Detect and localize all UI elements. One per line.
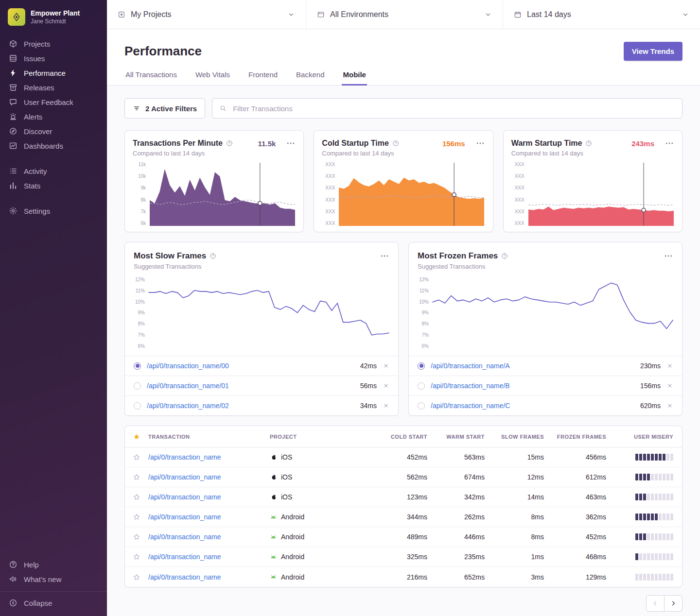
- card-subtitle: Compared to last 14 days: [133, 150, 296, 157]
- misery-segment: [635, 533, 638, 540]
- transaction-link[interactable]: /api/0/transaction_name/B: [431, 382, 510, 390]
- project-cell: Android: [270, 553, 373, 561]
- misery-segment: [655, 494, 658, 500]
- y-tick-label: XXX: [322, 173, 335, 179]
- misery-segment: [651, 474, 654, 480]
- most-frozen-frames-chart: 12%11%10%9%8%7%6%: [416, 277, 673, 349]
- tab-mobile[interactable]: Mobile: [342, 70, 367, 86]
- transaction-link[interactable]: /api/0/transaction_name: [148, 553, 270, 561]
- card-menu-button[interactable]: [665, 138, 674, 148]
- help-icon: [9, 560, 18, 569]
- sidebar-item-alerts[interactable]: Alerts: [0, 109, 107, 124]
- favorite-star-icon[interactable]: [133, 553, 140, 561]
- favorite-star-icon[interactable]: [133, 513, 140, 521]
- transaction-link[interactable]: /api/0/transaction_name/C: [431, 402, 510, 410]
- misery-segment: [647, 494, 650, 500]
- favorite-cell: [125, 533, 148, 541]
- sidebar-item-help[interactable]: Help: [0, 557, 107, 572]
- remove-transaction-button[interactable]: [383, 402, 389, 409]
- warm-start-value: 652ms: [430, 573, 488, 581]
- card-menu-button[interactable]: [475, 138, 485, 148]
- favorite-cell: [125, 473, 148, 481]
- favorite-cell: [125, 553, 148, 561]
- favorite-star-icon[interactable]: [133, 573, 140, 581]
- card-menu-button[interactable]: [286, 138, 296, 148]
- misery-segment: [643, 533, 646, 540]
- transaction-link[interactable]: /api/0/transaction_name: [148, 533, 270, 541]
- transaction-radio[interactable]: [134, 402, 141, 410]
- previous-page-button[interactable]: [646, 595, 665, 612]
- transaction-link[interactable]: /api/0/transaction_name/01: [147, 382, 229, 390]
- tabs: All TransactionsWeb VitalsFrontendBacken…: [124, 70, 682, 85]
- transaction-radio[interactable]: [418, 382, 425, 390]
- sidebar-item-user-feedback[interactable]: User Feedback: [0, 95, 107, 109]
- transaction-radio[interactable]: [134, 362, 141, 370]
- remove-transaction-button[interactable]: [383, 362, 389, 369]
- transaction-radio[interactable]: [418, 362, 425, 370]
- misery-segment: [639, 574, 642, 581]
- slow-frames-value: 8ms: [488, 533, 547, 541]
- tab-all-transactions[interactable]: All Transactions: [124, 70, 178, 86]
- transaction-duration: 620ms: [640, 402, 661, 410]
- org-switcher[interactable]: Empower Plant Jane Schmidt: [0, 0, 107, 31]
- suggested-transaction-row: /api/0/transaction_name/0156ms: [125, 376, 398, 395]
- sidebar-item-discover[interactable]: Discover: [0, 124, 107, 138]
- remove-transaction-button[interactable]: [666, 362, 673, 369]
- card-menu-button[interactable]: [380, 251, 389, 261]
- transaction-radio[interactable]: [418, 402, 425, 410]
- environment-filter-dropdown[interactable]: All Environments: [306, 0, 503, 29]
- sidebar-item-stats[interactable]: Stats: [0, 178, 107, 193]
- transaction-link[interactable]: /api/0/transaction_name: [148, 473, 270, 481]
- sidebar-item-performance[interactable]: Performance: [0, 66, 107, 80]
- date-filter-dropdown[interactable]: Last 14 days: [503, 0, 700, 29]
- apple-icon: [270, 494, 277, 501]
- tab-frontend[interactable]: Frontend: [247, 70, 279, 86]
- sidebar-item-dashboards[interactable]: Dashboards: [0, 138, 107, 153]
- favorite-star-icon[interactable]: [133, 533, 140, 541]
- sidebar-item-activity[interactable]: Activity: [0, 164, 107, 178]
- question-icon[interactable]: [210, 253, 216, 259]
- sidebar-item-projects[interactable]: Projects: [0, 36, 107, 51]
- transaction-link[interactable]: /api/0/transaction_name: [148, 493, 270, 501]
- remove-transaction-button[interactable]: [383, 382, 389, 389]
- remove-transaction-button[interactable]: [666, 402, 673, 409]
- sidebar-item-settings[interactable]: Settings: [0, 204, 107, 218]
- transaction-duration: 156ms: [640, 382, 661, 390]
- sidebar-item-releases[interactable]: Releases: [0, 80, 107, 95]
- sidebar-collapse-button[interactable]: Collapse: [0, 596, 107, 610]
- user-misery-bar: [609, 574, 682, 581]
- favorite-star-icon[interactable]: [133, 493, 140, 501]
- question-icon[interactable]: [501, 253, 508, 259]
- transaction-link[interactable]: /api/0/transaction_name: [148, 573, 270, 581]
- transaction-link[interactable]: /api/0/transaction_name/A: [431, 362, 510, 370]
- sidebar-item-issues[interactable]: Issues: [0, 51, 107, 66]
- question-icon[interactable]: [585, 140, 592, 147]
- transaction-search-input[interactable]: [232, 104, 675, 113]
- question-icon[interactable]: [226, 140, 233, 147]
- misery-segment: [663, 533, 665, 540]
- card-subtitle: Compared to last 14 days: [322, 150, 485, 157]
- view-trends-button[interactable]: View Trends: [624, 42, 682, 61]
- close-icon: [666, 402, 673, 409]
- remove-transaction-button[interactable]: [666, 382, 673, 389]
- tab-backend[interactable]: Backend: [295, 70, 325, 86]
- next-page-button[interactable]: [664, 595, 682, 612]
- active-filters-button[interactable]: 2 Active Filters: [124, 98, 205, 119]
- frozen-frames-value: 468ms: [547, 553, 609, 561]
- project-filter-dropdown[interactable]: My Projects: [107, 0, 306, 29]
- favorite-star-icon[interactable]: [133, 453, 140, 461]
- transaction-link[interactable]: /api/0/transaction_name: [148, 513, 270, 521]
- misery-segment: [666, 494, 669, 500]
- transaction-link[interactable]: /api/0/transaction_name: [148, 453, 270, 461]
- tab-web-vitals[interactable]: Web Vitals: [194, 70, 231, 86]
- org-name: Empower Plant: [31, 9, 80, 17]
- transaction-radio[interactable]: [134, 382, 141, 390]
- transaction-link[interactable]: /api/0/transaction_name/02: [147, 402, 229, 410]
- sidebar-item-what-s-new[interactable]: What’s new: [0, 572, 107, 586]
- favorite-star-icon[interactable]: [133, 433, 140, 441]
- card-menu-button[interactable]: [664, 251, 673, 261]
- question-icon[interactable]: [392, 140, 399, 147]
- transaction-link[interactable]: /api/0/transaction_name/00: [147, 362, 229, 370]
- warm-start-value: 674ms: [430, 473, 488, 481]
- favorite-star-icon[interactable]: [133, 473, 140, 481]
